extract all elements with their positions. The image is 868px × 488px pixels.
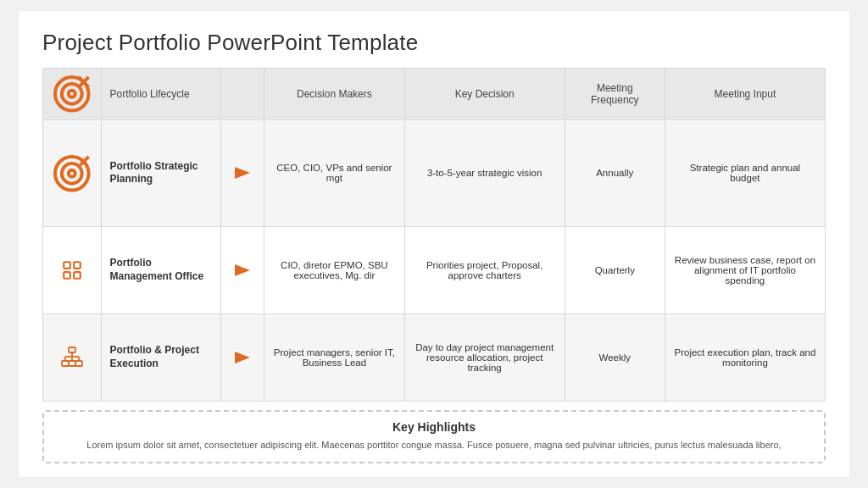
row3-icon-cell — [43, 313, 102, 401]
org-chart-icon — [52, 346, 92, 369]
portfolio-table: Portfolio Lifecycle Decision Makers Key … — [42, 68, 826, 402]
row3-freq: Weekly — [565, 313, 665, 401]
header-target-icon — [52, 74, 92, 114]
row2-kd: Priorities project, Proposal, approve ch… — [404, 227, 565, 314]
col-header-input: Meeting Input — [665, 69, 825, 120]
row1-kd: 3-to-5-year strategic vision — [404, 119, 565, 227]
col-header-arrow — [221, 69, 264, 120]
highlights-title: Key Highlights — [59, 420, 809, 434]
row1-lifecycle: Portfolio Strategic Planning — [101, 119, 221, 227]
row3-dm: Project managers, senior IT, Business Le… — [264, 313, 404, 401]
row2-icon-cell — [43, 227, 102, 314]
col-header-icon — [43, 69, 102, 120]
svg-point-6 — [62, 164, 82, 184]
row2-freq: Quarterly — [565, 227, 665, 314]
slide: Project Portfolio PowerPoint Template — [19, 11, 849, 477]
row1-freq: Annually — [565, 119, 665, 227]
target-icon — [52, 153, 92, 194]
col-header-lifecycle: Portfolio Lifecycle — [101, 69, 221, 120]
row2-lifecycle: Portfolio Management Office — [101, 227, 221, 314]
svg-rect-13 — [74, 272, 81, 279]
row3-kd: Day to day project management resource a… — [404, 313, 565, 401]
svg-marker-9 — [235, 167, 250, 179]
svg-marker-24 — [235, 352, 250, 363]
svg-rect-17 — [69, 361, 75, 366]
svg-rect-12 — [64, 272, 70, 279]
row1-input: Strategic plan and annual budget — [665, 119, 825, 227]
col-header-dm: Decision Makers — [264, 69, 404, 120]
row2-arrow — [221, 227, 264, 314]
table-section: Portfolio Lifecycle Decision Makers Key … — [42, 68, 826, 402]
svg-point-7 — [69, 169, 75, 176]
row1-arrow — [221, 119, 264, 227]
table-row: Portfolio Strategic Planning CEO, CIO, V… — [43, 119, 826, 227]
grid-icon — [52, 259, 92, 281]
row2-dm: CIO, diretor EPMO, SBU executives, Mg. d… — [264, 227, 404, 314]
svg-marker-14 — [235, 264, 250, 276]
highlights-text: Lorem ipsum dolor sit amet, consectetuer… — [59, 438, 809, 452]
row3-input: Project execution plan, track and monito… — [665, 313, 825, 401]
svg-rect-18 — [75, 361, 82, 366]
svg-rect-16 — [62, 361, 69, 366]
col-header-kd: Key Decision — [404, 69, 565, 120]
col-header-freq: Meeting Frequency — [565, 69, 665, 120]
row2-input: Review business case, report on alignmen… — [665, 227, 825, 314]
svg-rect-11 — [74, 262, 81, 269]
svg-rect-15 — [69, 347, 75, 352]
table-row: Portfolio & Project Execution Project ma… — [43, 313, 826, 401]
svg-rect-10 — [64, 262, 70, 269]
row3-arrow — [221, 313, 264, 401]
row1-dm: CEO, CIO, VPs and senior mgt — [264, 119, 404, 227]
key-highlights-box: Key Highlights Lorem ipsum dolor sit ame… — [42, 410, 826, 464]
row3-lifecycle: Portfolio & Project Execution — [101, 313, 221, 401]
page-title: Project Portfolio PowerPoint Template — [42, 30, 826, 56]
table-row: Portfolio Management Office CIO, diretor… — [43, 227, 826, 314]
row1-icon-cell — [43, 119, 102, 227]
svg-point-2 — [69, 91, 75, 97]
